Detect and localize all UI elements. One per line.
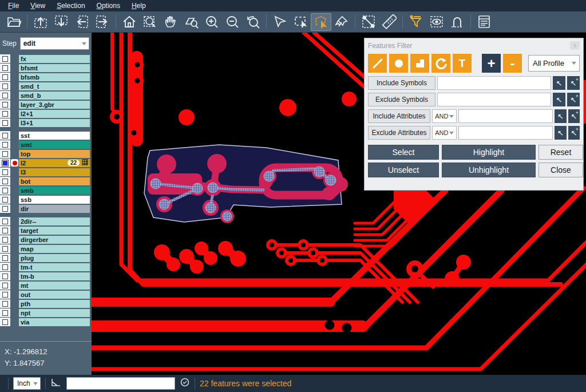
layer-visibility-checkbox[interactable] [2, 237, 8, 243]
layer-row-npt[interactable]: npt [0, 308, 92, 317]
layer-name-cell[interactable]: bfsmb [19, 73, 90, 81]
close-button[interactable]: Close [539, 163, 583, 177]
layer-row-smt[interactable]: smt [0, 140, 92, 149]
menu-file[interactable]: File [5, 1, 25, 11]
layer-visibility-checkbox[interactable] [2, 246, 8, 252]
surface-feature-button[interactable] [410, 54, 429, 73]
menu-view[interactable]: View [27, 1, 51, 11]
include-attributes-button[interactable]: Include Attributes [368, 109, 430, 123]
layer-name-cell[interactable]: dirgerber [19, 236, 90, 244]
layer-name-cell[interactable]: l3 [19, 168, 90, 176]
pan-down-icon[interactable] [51, 13, 72, 31]
layer-row-dirgerber[interactable]: dirgerber [0, 235, 92, 244]
pick-attribute-icon[interactable]: ↖ [555, 126, 566, 140]
close-icon[interactable]: x [570, 41, 580, 50]
layer-visibility-checkbox[interactable] [2, 160, 8, 166]
select-rectangle-icon[interactable] [290, 13, 311, 31]
zoom-out-icon[interactable] [222, 13, 243, 31]
layer-name-cell[interactable]: target [19, 227, 90, 235]
layer-row-out[interactable]: out [0, 290, 92, 299]
layer-visibility-checkbox[interactable] [2, 301, 8, 307]
layer-row-bfsmt[interactable]: bfsmt [0, 64, 92, 72]
layer-name-cell[interactable]: via [19, 318, 90, 326]
layer-row-ssb[interactable]: ssb [0, 195, 92, 204]
layer-name-cell[interactable]: smb [19, 187, 90, 195]
layer-name-cell[interactable]: smt [19, 141, 90, 149]
include-attributes-input[interactable] [458, 109, 553, 123]
layer-row-smd_b[interactable]: smd_b [0, 91, 92, 100]
layer-name-cell[interactable]: smd_t [19, 82, 90, 90]
layer-row-bfsmb[interactable]: bfsmb [0, 73, 92, 81]
layer-visibility-checkbox[interactable] [2, 93, 8, 98]
layer-row-tm-b[interactable]: tm-b [0, 272, 92, 280]
layer-visibility-checkbox[interactable] [2, 310, 8, 316]
profile-dropdown[interactable]: All Profile [528, 55, 580, 72]
snap-path-icon[interactable] [447, 13, 468, 31]
layer-row-l3[interactable]: l3 [0, 168, 92, 176]
layer-row-smb[interactable]: smb [0, 186, 92, 195]
layer-name-cell[interactable]: l222 [19, 159, 90, 167]
layer-row-map[interactable]: map [0, 244, 92, 253]
zoom-window-icon[interactable] [140, 13, 160, 31]
layer-row-via[interactable]: via [0, 318, 92, 326]
exclude-attributes-button[interactable]: Exclude Attributes [368, 126, 430, 140]
layer-name-cell[interactable]: 2dir-- [19, 217, 90, 225]
layer-visibility-checkbox[interactable] [2, 102, 8, 108]
select-polygon-icon[interactable] [311, 13, 331, 31]
layer-visibility-checkbox[interactable] [2, 206, 8, 212]
layer-visibility-checkbox[interactable] [2, 197, 8, 203]
layer-name-cell[interactable]: dir [19, 205, 90, 213]
measure-ruler-icon[interactable] [379, 13, 399, 31]
layer-name-cell[interactable]: l2+1 [19, 110, 90, 118]
layer-name-cell[interactable]: layer_3.gbr [19, 101, 90, 109]
pan-right-icon[interactable] [92, 13, 113, 31]
layer-name-cell[interactable]: out [19, 291, 90, 299]
active-layer-indicator[interactable] [11, 159, 18, 167]
layer-name-cell[interactable]: bfsmt [19, 64, 90, 72]
layer-visibility-checkbox[interactable] [2, 188, 8, 193]
filter-mode-remove-button[interactable]: - [503, 54, 522, 73]
command-input[interactable] [66, 377, 175, 390]
pick-add-attribute-icon[interactable]: ↖+ [568, 109, 580, 123]
layer-row-smd_t[interactable]: smd_t [0, 82, 92, 90]
layer-name-cell[interactable]: bot [19, 177, 90, 185]
layer-row-bot[interactable]: bot [0, 177, 92, 185]
pick-symbol-icon[interactable]: ↖ [553, 76, 565, 90]
pick-symbol-icon[interactable]: ↖ [553, 93, 565, 106]
report-list-icon[interactable] [474, 13, 494, 31]
layer-visibility-checkbox[interactable] [2, 283, 8, 288]
include-symbols-input[interactable] [437, 76, 551, 90]
layer-visibility-checkbox[interactable] [2, 228, 8, 233]
measure-line-icon[interactable] [358, 13, 379, 31]
home-view-icon[interactable] [119, 13, 140, 31]
layer-visibility-checkbox[interactable] [2, 319, 8, 325]
layer-row-top[interactable]: top [0, 149, 92, 158]
open-file-icon[interactable] [3, 13, 24, 31]
layer-name-cell[interactable]: top [19, 150, 90, 158]
pan-left-icon[interactable] [72, 13, 92, 31]
pick-attribute-icon[interactable]: ↖ [555, 109, 566, 123]
menu-help[interactable]: Help [128, 1, 152, 11]
layer-name-cell[interactable]: ssb [19, 196, 90, 204]
pick-add-attribute-icon[interactable]: ↖+ [568, 126, 580, 140]
include-symbols-button[interactable]: Include Symbols [368, 76, 435, 90]
pan-hand-icon[interactable] [160, 13, 181, 31]
exclude-symbols-input[interactable] [437, 93, 551, 106]
pick-add-symbol-icon[interactable]: ↖+ [567, 76, 580, 90]
zoom-in-icon[interactable] [201, 13, 222, 31]
highlight-button[interactable]: Highlight [442, 145, 536, 160]
layer-row-l2+1[interactable]: l2+1 [0, 109, 92, 118]
exclude-attributes-input[interactable] [458, 126, 553, 140]
step-dropdown[interactable]: edit [20, 37, 89, 50]
layer-visibility-checkbox[interactable] [2, 142, 8, 148]
clear-brush-icon[interactable] [331, 13, 352, 31]
layer-row-layer_3.gbr[interactable]: layer_3.gbr [0, 100, 92, 109]
units-dropdown[interactable]: Inch [13, 377, 41, 390]
layer-visibility-checkbox[interactable] [2, 65, 8, 71]
menu-selection[interactable]: Selection [53, 1, 90, 11]
layer-visibility-checkbox[interactable] [2, 179, 8, 184]
menu-options[interactable]: Options [93, 1, 126, 11]
pad-feature-button[interactable] [389, 54, 408, 73]
pan-up-icon[interactable] [30, 13, 51, 31]
zoom-previous-icon[interactable] [243, 13, 263, 31]
